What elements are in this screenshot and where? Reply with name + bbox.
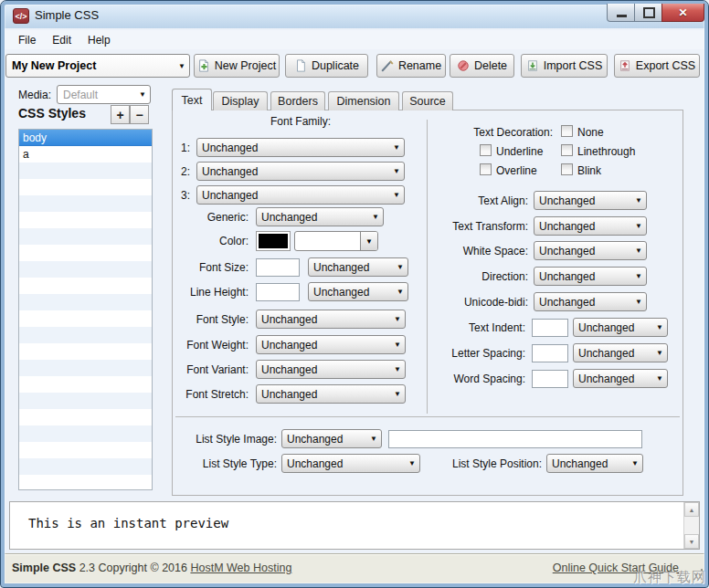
word-spacing-select[interactable]: Unchanged▼ bbox=[573, 369, 668, 388]
letter-spacing-select[interactable]: Unchanged▼ bbox=[573, 343, 668, 362]
css-styles-header: CSS Styles bbox=[18, 106, 86, 121]
media-selector[interactable]: Default ▼ bbox=[57, 85, 151, 104]
list-style-image-select[interactable]: Unchanged▼ bbox=[281, 429, 382, 448]
color-value bbox=[295, 232, 360, 250]
chevron-down-icon[interactable]: ▼ bbox=[360, 232, 377, 250]
title-bar[interactable]: </> Simple CSS bbox=[1, 1, 708, 28]
letter-spacing-value: Unchanged bbox=[574, 347, 652, 360]
font-style-select[interactable]: Unchanged▼ bbox=[256, 310, 406, 329]
tab-text[interactable]: Text bbox=[172, 89, 212, 110]
font-size-input[interactable] bbox=[256, 258, 300, 277]
preview-scrollbar[interactable]: ▲ ▼ bbox=[683, 502, 699, 549]
list-style-image-value: Unchanged bbox=[282, 433, 366, 446]
font-family-3-select[interactable]: Unchanged▼ bbox=[196, 185, 405, 205]
section-divider bbox=[175, 416, 680, 417]
delete-icon bbox=[457, 59, 470, 72]
rename-label: Rename bbox=[398, 59, 441, 72]
decoration-blink-checkbox[interactable] bbox=[561, 163, 573, 175]
decoration-overline-checkbox[interactable] bbox=[480, 163, 492, 175]
unicode-bidi-select[interactable]: Unchanged▼ bbox=[534, 292, 647, 311]
tab-display[interactable]: Display bbox=[213, 91, 268, 110]
chevron-down-icon: ▼ bbox=[631, 222, 646, 230]
project-selector[interactable]: My New Project ▼ bbox=[5, 54, 190, 78]
status-app-name: Simple CSS bbox=[12, 562, 76, 574]
decoration-linethrough-label: Linethrough bbox=[577, 145, 635, 158]
text-indent-input[interactable] bbox=[532, 319, 568, 337]
color-select[interactable]: ▼ bbox=[294, 231, 378, 251]
word-spacing-input[interactable] bbox=[532, 370, 568, 388]
font-size-label: Font Size: bbox=[146, 261, 249, 274]
menu-file[interactable]: File bbox=[10, 32, 44, 48]
direction-select[interactable]: Unchanged▼ bbox=[534, 267, 647, 286]
close-button[interactable]: ✕ bbox=[661, 4, 704, 22]
text-transform-select[interactable]: Unchanged▼ bbox=[534, 216, 647, 236]
chevron-down-icon: ▼ bbox=[393, 288, 407, 296]
font-weight-value: Unchanged bbox=[257, 339, 390, 352]
add-style-button[interactable]: + bbox=[111, 105, 130, 124]
line-height-input[interactable] bbox=[256, 283, 300, 301]
chevron-down-icon: ▼ bbox=[175, 62, 189, 70]
list-item-a[interactable]: a bbox=[19, 146, 152, 163]
color-swatch-button[interactable] bbox=[256, 231, 291, 251]
minimize-button[interactable] bbox=[607, 4, 637, 22]
hostm-link[interactable]: HostM Web Hosting bbox=[190, 562, 291, 574]
menu-help[interactable]: Help bbox=[79, 32, 119, 48]
scroll-down-icon[interactable]: ▼ bbox=[684, 534, 699, 549]
font-family-heading: Font Family: bbox=[196, 115, 405, 128]
chevron-down-icon: ▼ bbox=[390, 341, 405, 349]
text-align-select[interactable]: Unchanged▼ bbox=[534, 191, 647, 210]
decoration-underline-checkbox[interactable] bbox=[480, 144, 492, 156]
text-indent-value: Unchanged bbox=[574, 321, 652, 334]
scroll-up-icon[interactable]: ▲ bbox=[684, 502, 699, 517]
letter-spacing-input[interactable] bbox=[532, 344, 568, 362]
duplicate-button[interactable]: Duplicate bbox=[285, 54, 368, 78]
maximize-button[interactable] bbox=[634, 4, 664, 22]
font-weight-label: Font Weight: bbox=[146, 339, 249, 352]
tab-borders[interactable]: Borders bbox=[270, 91, 325, 110]
white-space-select[interactable]: Unchanged▼ bbox=[534, 241, 647, 260]
text-indent-select[interactable]: Unchanged▼ bbox=[573, 318, 668, 337]
project-selector-value: My New Project bbox=[6, 59, 175, 72]
status-text: Simple CSS 2.3 Copyright © 2016 HostM We… bbox=[12, 562, 291, 574]
import-css-label: Import CSS bbox=[544, 59, 603, 72]
tab-dimension[interactable]: Dimension bbox=[328, 91, 399, 110]
line-height-value: Unchanged bbox=[309, 286, 393, 299]
chevron-down-icon: ▼ bbox=[366, 435, 381, 443]
list-style-type-select[interactable]: Unchanged▼ bbox=[281, 454, 420, 473]
word-spacing-value: Unchanged bbox=[574, 373, 652, 385]
rename-button[interactable]: Rename bbox=[376, 54, 446, 78]
list-style-image-url-input[interactable] bbox=[388, 430, 642, 448]
font-weight-select[interactable]: Unchanged▼ bbox=[256, 335, 406, 354]
tab-source[interactable]: Source bbox=[402, 91, 453, 110]
chevron-down-icon: ▼ bbox=[389, 167, 404, 175]
list-style-position-select[interactable]: Unchanged▼ bbox=[546, 454, 643, 473]
export-css-label: Export CSS bbox=[636, 59, 695, 72]
text-transform-value: Unchanged bbox=[534, 220, 631, 233]
chevron-down-icon: ▼ bbox=[631, 247, 646, 255]
delete-button[interactable]: Delete bbox=[450, 54, 514, 78]
generic-select[interactable]: Unchanged▼ bbox=[256, 207, 384, 226]
text-decoration-label: Text Decoration: bbox=[431, 126, 553, 139]
chevron-down-icon: ▼ bbox=[405, 459, 419, 467]
font-family-2-select[interactable]: Unchanged▼ bbox=[196, 162, 405, 181]
font-style-label: Font Style: bbox=[146, 313, 249, 326]
decoration-none-checkbox[interactable] bbox=[561, 125, 573, 137]
list-style-position-value: Unchanged bbox=[547, 457, 628, 470]
list-style-type-value: Unchanged bbox=[282, 457, 405, 470]
font-size-select[interactable]: Unchanged▼ bbox=[308, 257, 408, 277]
export-css-button[interactable]: Export CSS bbox=[614, 54, 700, 78]
css-styles-list[interactable]: body a bbox=[18, 129, 153, 490]
decoration-linethrough-checkbox[interactable] bbox=[561, 144, 573, 156]
font-stretch-select[interactable]: Unchanged▼ bbox=[256, 384, 406, 404]
instant-preview-pane: This is an instant preview ▲ ▼ bbox=[9, 501, 700, 550]
line-height-select[interactable]: Unchanged▼ bbox=[308, 282, 408, 301]
chevron-down-icon: ▼ bbox=[389, 143, 404, 152]
remove-style-button[interactable]: − bbox=[130, 105, 149, 124]
new-project-button[interactable]: New Project bbox=[194, 54, 280, 78]
import-css-button[interactable]: Import CSS bbox=[521, 54, 608, 78]
menu-edit[interactable]: Edit bbox=[44, 32, 79, 48]
font-variant-select[interactable]: Unchanged▼ bbox=[256, 360, 406, 379]
font-family-1-select[interactable]: Unchanged▼ bbox=[196, 138, 405, 157]
media-selector-value: Default bbox=[58, 89, 135, 101]
list-item-body[interactable]: body bbox=[19, 130, 152, 146]
